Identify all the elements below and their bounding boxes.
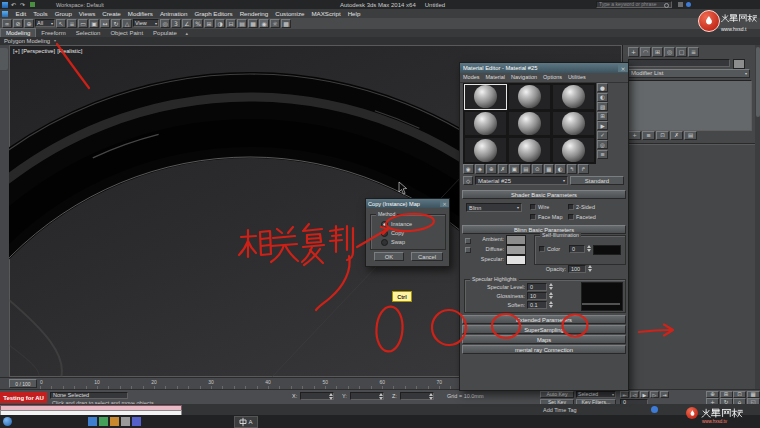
copy-radio[interactable] [381,230,388,237]
redo-icon[interactable]: ↷ [20,0,25,9]
menu-animation[interactable]: Animation [156,9,191,18]
spinner-up-icon[interactable] [429,393,433,396]
modifier-list-dropdown[interactable]: Modifier List ▾ [628,69,750,78]
use-pivot-center-icon[interactable]: ◎ [160,19,170,28]
motion-tab-icon[interactable]: ◎ [664,47,675,57]
rollout-extended-parameters[interactable]: Extended Parameters [462,315,626,324]
taskbar-app-icon[interactable] [132,417,141,426]
material-sample-slot[interactable] [552,111,595,137]
mirror-icon[interactable]: ◑ [215,19,225,28]
y-coordinate-field[interactable] [350,392,384,400]
menu-modifiers[interactable]: Modifiers [124,9,156,18]
hierarchy-tab-icon[interactable]: ⊞ [652,47,663,57]
instance-radio-selected[interactable] [381,221,388,228]
material-editor-titlebar[interactable]: Material Editor - Material #25 × [460,63,628,73]
material-sample-slot-active[interactable] [464,84,507,110]
viewport-general-menu[interactable]: [+] [13,48,20,54]
unlink-selection-icon[interactable]: ⊘ [13,19,23,28]
show-map-in-viewport-icon[interactable]: ▦ [544,164,555,174]
material-sample-slot[interactable] [508,84,551,110]
go-to-parent-icon[interactable]: ↰ [567,164,578,174]
swap-radio[interactable] [381,239,388,246]
menu-rendering[interactable]: Rendering [236,9,272,18]
instance-radio-label[interactable]: Instance [391,221,412,227]
specular-level-field[interactable]: 0 [527,283,547,291]
background-icon[interactable]: ▨ [597,102,608,111]
opacity-value-field[interactable]: 100 [568,265,586,273]
auto-key-button[interactable]: Auto Key [540,391,574,398]
object-color-swatch[interactable] [733,59,745,69]
put-to-library-icon[interactable]: ▤ [521,164,532,174]
bind-to-space-warp-icon[interactable]: ⊕ [24,19,34,28]
material-sample-slot[interactable] [464,111,507,137]
self-illum-color-checkbox[interactable] [539,246,545,252]
spinner-down-icon[interactable] [379,397,383,400]
go-to-end-icon[interactable]: ⇥ [660,391,669,398]
self-illum-value-field[interactable]: 0 [569,245,585,253]
wire-checkbox[interactable] [530,204,536,210]
get-material-icon[interactable]: ◉ [463,164,474,174]
ok-button[interactable]: OK [374,252,404,261]
face-map-checkbox[interactable] [530,214,536,220]
shader-type-dropdown[interactable]: Blinn▾ [466,203,522,212]
material-name-field[interactable]: Material #25▾ [475,176,568,185]
material-sample-slot[interactable] [508,137,551,163]
material-editor-options-icon[interactable]: ◎ [597,140,608,149]
me-menu-utilities[interactable]: Utilities [565,74,589,80]
lock-diffuse-specular-icon[interactable] [465,247,471,253]
layer-manager-icon[interactable]: ▤ [237,19,247,28]
ambient-color-swatch[interactable] [506,235,526,245]
spinner-down-icon[interactable] [588,269,592,272]
render-setup-icon[interactable]: ☼ [270,19,280,28]
rollout-maps[interactable]: Maps [462,335,626,344]
percent-snap-icon[interactable]: % [193,19,203,28]
remove-modifier-icon[interactable]: ✗ [670,131,683,140]
align-icon[interactable]: ⊟ [226,19,236,28]
diffuse-color-swatch[interactable] [506,245,526,255]
spinner-up-icon[interactable] [329,393,333,396]
material-sample-slot[interactable] [508,111,551,137]
rollout-shader-basic-parameters[interactable]: Shader Basic Parameters [462,190,626,199]
application-menu-icon[interactable] [2,11,8,17]
spinner-down-icon[interactable] [429,397,433,400]
select-by-name-icon[interactable]: ≡ [67,19,77,28]
panel-scrollbar-thumb[interactable] [756,47,760,117]
taskbar-app-icon[interactable] [88,417,97,426]
menu-edit[interactable]: Edit [12,9,30,18]
show-end-result-icon[interactable]: ◐ [555,164,566,174]
cancel-button[interactable]: Cancel [411,252,443,261]
ime-indicator[interactable]: A [234,416,258,428]
zoom-all-icon[interactable]: ⊞ [720,391,733,398]
menu-views[interactable]: Views [75,9,98,18]
z-coordinate-field[interactable] [400,392,434,400]
ribbon-panel-polygon-modeling[interactable]: Polygon Modeling [0,38,50,44]
me-menu-material[interactable]: Material [483,74,509,80]
sample-type-icon[interactable]: ● [597,83,608,92]
go-forward-to-sibling-icon[interactable]: ↱ [578,164,589,174]
specular-color-swatch[interactable] [506,255,526,265]
ribbon-minimize-icon[interactable]: ▴ [182,30,192,36]
start-button-icon[interactable] [3,417,12,426]
snaps-toggle-icon[interactable]: 3 [171,19,181,28]
viewport-layout-tab[interactable] [0,48,8,70]
reset-map-icon[interactable]: ✗ [498,164,509,174]
taskbar-app-icon[interactable] [121,417,130,426]
show-end-result-icon[interactable]: ≡ [642,131,655,140]
object-name-field[interactable] [628,59,730,67]
workspace-selector[interactable]: Workspace: Default [56,2,104,8]
zoom-extents-all-icon[interactable]: ▦ [747,391,760,398]
spinner-up-icon[interactable] [549,301,553,304]
create-tab-icon[interactable]: + [628,47,639,57]
swap-radio-label[interactable]: Swap [391,239,405,245]
menu-help[interactable]: Help [344,9,364,18]
previous-frame-icon[interactable]: ◁ [630,391,639,398]
assign-material-to-selection-icon[interactable]: ⊕ [486,164,497,174]
app-logo-icon[interactable] [2,2,8,8]
modify-tab-icon[interactable]: ◠ [640,47,651,57]
help-icon[interactable] [686,2,691,7]
next-frame-icon[interactable]: ▷ [650,391,659,398]
material-sample-slot[interactable] [464,137,507,163]
self-illum-color-swatch[interactable] [593,245,621,255]
select-and-scale-icon[interactable]: △ [122,19,132,28]
window-crossing-icon[interactable]: ▣ [89,19,99,28]
